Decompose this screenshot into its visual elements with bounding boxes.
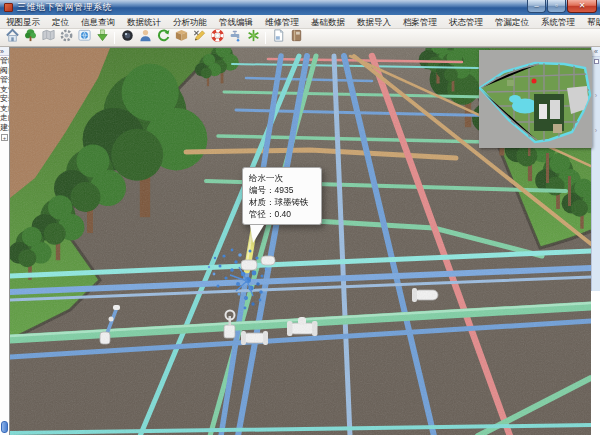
pipe-info-tooltip: 给水一次 编号：4935 材质：球墨铸铁 管径：0.40 xyxy=(242,167,322,243)
camera-lens-icon xyxy=(120,28,135,47)
layer-item[interactable]: 走向 xyxy=(0,113,9,123)
rescue-button[interactable] xyxy=(208,30,226,46)
tooltip-pipe-diameter: 管径：0.40 xyxy=(249,208,316,220)
map-button[interactable] xyxy=(39,30,57,46)
layer-item[interactable]: 管井 xyxy=(0,75,9,85)
user-icon xyxy=(138,28,153,47)
layer-item[interactable]: 管线 xyxy=(0,56,9,66)
tooltip-pipe-type: 给水一次 xyxy=(249,172,316,184)
screenshot-button[interactable] xyxy=(75,30,93,46)
map-icon xyxy=(41,28,56,47)
menu-help[interactable]: 帮助 xyxy=(581,15,600,29)
tooltip-tail xyxy=(250,225,264,243)
application-window: 三维地下管网管理系统 – ▫ ✕ 视图显示 定位 信息查询 数据统计 分析功能 … xyxy=(0,0,600,435)
menu-status[interactable]: 状态管理 xyxy=(443,15,489,29)
camera-button[interactable] xyxy=(118,30,136,46)
toolbar-separator xyxy=(114,32,115,44)
home-button[interactable] xyxy=(3,30,21,46)
gear-icon xyxy=(59,28,74,47)
refresh-icon xyxy=(156,28,171,47)
panel-collapse-button[interactable]: « xyxy=(592,47,600,57)
menu-bar: 视图显示 定位 信息查询 数据统计 分析功能 管线编辑 维修管理 基础数据 数据… xyxy=(0,15,600,29)
scrollbar-thumb[interactable] xyxy=(1,421,8,433)
faucet-icon xyxy=(228,28,243,47)
layer-item[interactable]: 建筑 xyxy=(0,123,9,133)
layer-item[interactable]: 阀门 xyxy=(0,66,9,76)
screen-globe-icon xyxy=(77,28,92,47)
menu-view[interactable]: 视图显示 xyxy=(0,15,46,29)
minimap-overview[interactable] xyxy=(479,50,592,148)
chevron-right-icon[interactable]: › xyxy=(592,92,600,99)
mini-grid-icon[interactable] xyxy=(594,59,599,64)
archive-button[interactable] xyxy=(287,30,305,46)
app-icon[interactable] xyxy=(4,3,13,12)
panel-expand-button[interactable]: » xyxy=(0,47,10,56)
menu-leak-locate[interactable]: 管漏定位 xyxy=(489,15,535,29)
home-icon xyxy=(5,28,20,47)
menu-base-data[interactable]: 基础数据 xyxy=(305,15,351,29)
layer-item[interactable]: 支线 xyxy=(0,104,9,114)
status-button[interactable] xyxy=(244,30,262,46)
chevron-right-icon[interactable]: › xyxy=(592,127,600,134)
new-file-icon xyxy=(271,28,286,47)
new-file-button[interactable] xyxy=(269,30,287,46)
import-download-button[interactable] xyxy=(93,30,111,46)
layer-panel-collapsed[interactable]: » 管线 阀门 管井 支管 安装 支线 走向 建筑 + xyxy=(0,47,10,435)
menu-info-query[interactable]: 信息查询 xyxy=(75,15,121,29)
download-arrow-icon xyxy=(95,28,110,47)
toolbar xyxy=(0,29,600,47)
refresh-button[interactable] xyxy=(154,30,172,46)
menu-pipe-edit[interactable]: 管线编辑 xyxy=(213,15,259,29)
menu-data-import[interactable]: 数据导入 xyxy=(351,15,397,29)
package-box-icon xyxy=(174,28,189,47)
layer-item[interactable]: 支管 xyxy=(0,85,9,95)
menu-locate[interactable]: 定位 xyxy=(46,15,75,29)
right-panel-collapsed[interactable]: « › › xyxy=(591,47,600,435)
menu-analysis[interactable]: 分析功能 xyxy=(167,15,213,29)
water-supply-button[interactable] xyxy=(226,30,244,46)
title-bar[interactable]: 三维地下管网管理系统 – ▫ ✕ xyxy=(0,0,600,15)
edit-button[interactable] xyxy=(190,30,208,46)
minimap-graphic xyxy=(479,50,592,148)
toolbar-separator xyxy=(265,32,266,44)
package-button[interactable] xyxy=(172,30,190,46)
maximize-button[interactable]: ▫ xyxy=(547,0,566,13)
archive-book-icon xyxy=(289,28,304,47)
tree-icon xyxy=(23,28,38,47)
snowflake-icon xyxy=(246,28,261,47)
menu-system[interactable]: 系统管理 xyxy=(535,15,581,29)
menu-archives[interactable]: 档案管理 xyxy=(397,15,443,29)
edit-pencil-icon xyxy=(192,28,207,47)
layer-item[interactable]: 安装 xyxy=(0,94,9,104)
minimize-button[interactable]: – xyxy=(527,0,546,13)
tooltip-pipe-id: 编号：4935 xyxy=(249,184,316,196)
lifebuoy-icon xyxy=(210,28,225,47)
settings-button[interactable] xyxy=(57,30,75,46)
tooltip-pipe-material: 材质：球墨铸铁 xyxy=(249,196,316,208)
tree-layer-button[interactable] xyxy=(21,30,39,46)
window-title: 三维地下管网管理系统 xyxy=(17,1,112,14)
close-button[interactable]: ✕ xyxy=(567,0,597,13)
menu-statistics[interactable]: 数据统计 xyxy=(121,15,167,29)
tree-expand-icon[interactable]: + xyxy=(1,134,8,141)
minimap-position-marker xyxy=(532,79,537,84)
user-button[interactable] xyxy=(136,30,154,46)
menu-maintenance[interactable]: 维修管理 xyxy=(259,15,305,29)
